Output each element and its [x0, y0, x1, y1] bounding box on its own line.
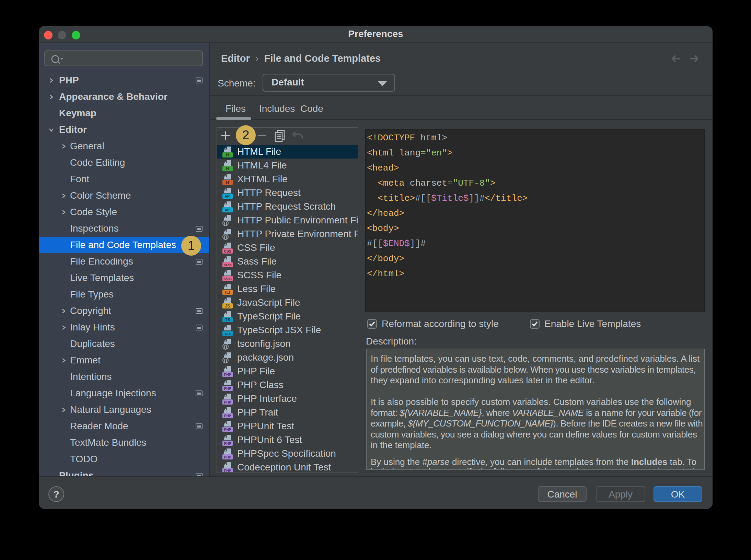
- svg-text:PHP: PHP: [224, 387, 231, 390]
- svg-text:H: H: [226, 152, 229, 158]
- svg-text:API: API: [225, 195, 231, 198]
- svg-text:TSX: TSX: [224, 332, 231, 336]
- svg-text:{L}: {L}: [225, 290, 230, 294]
- svg-text:PHP: PHP: [224, 469, 231, 473]
- svg-text:TS: TS: [225, 317, 230, 322]
- svg-text:PHP: PHP: [224, 373, 231, 377]
- svg-text:{}: {}: [224, 221, 227, 226]
- svg-text:PHP: PHP: [224, 455, 231, 459]
- svg-text:H: H: [226, 166, 229, 171]
- svg-text:SASS: SASS: [223, 264, 231, 267]
- svg-text:PHP: PHP: [224, 442, 231, 445]
- svg-text:{}: {}: [224, 234, 227, 240]
- svg-text:PHP: PHP: [224, 428, 231, 432]
- svg-text:{}: {}: [224, 358, 227, 363]
- svg-text:SASS: SASS: [223, 277, 231, 281]
- svg-text:PHP: PHP: [224, 414, 231, 418]
- svg-text:JS: JS: [225, 304, 230, 308]
- svg-text:API: API: [225, 208, 231, 212]
- svg-text:H: H: [226, 180, 229, 185]
- svg-text:{}: {}: [224, 344, 227, 349]
- svg-text:CSS: CSS: [224, 249, 231, 253]
- svg-text:PHP: PHP: [224, 400, 231, 404]
